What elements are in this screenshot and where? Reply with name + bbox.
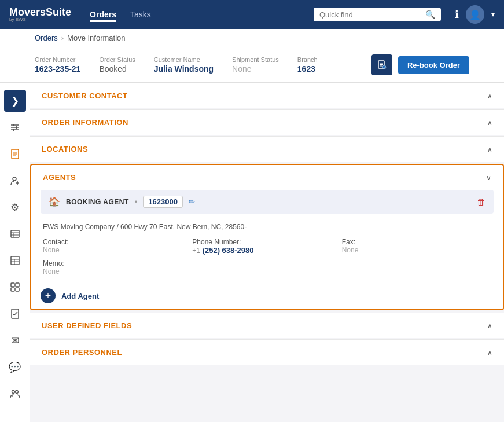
main-layout: ❯ (0, 83, 504, 422)
section-locations-header[interactable]: LOCATIONS ∧ (30, 137, 504, 162)
fax-label: Fax: (342, 238, 491, 246)
order-number-value: 1623-235-21 (35, 64, 80, 74)
memo-value: None (43, 267, 192, 276)
branch-value: 1623 (297, 64, 318, 74)
add-agent-label[interactable]: Add Agent (61, 292, 99, 300)
logo-ews: by EWS (9, 17, 71, 22)
agent-address: EWS Moving Company / 600 Hwy 70 East, Ne… (41, 223, 494, 231)
svg-rect-27 (11, 283, 14, 287)
customer-name-label: Customer Name (154, 56, 214, 63)
section-user-defined-fields-chevron-icon: ∧ (487, 322, 492, 330)
fax-field: Fax: None (342, 238, 491, 255)
order-number-field: Order Number 1623-235-21 (35, 56, 80, 74)
agent-id-value: 1623000 (143, 196, 183, 208)
order-status-field: Order Status Booked (99, 56, 135, 74)
svg-rect-30 (16, 288, 19, 291)
table-icon (10, 255, 20, 266)
nav-orders[interactable]: Orders (90, 8, 116, 22)
user-avatar[interactable]: 👤 (466, 5, 484, 24)
breadcrumb-root[interactable]: Orders (35, 34, 58, 42)
order-number-label: Order Number (35, 56, 80, 63)
section-agents-chevron-icon: ∨ (486, 174, 491, 182)
header-actions: i Re-book Order (371, 54, 469, 75)
sidebar-item-people[interactable] (4, 383, 26, 405)
sidebar-item-document[interactable] (4, 143, 26, 165)
search-icon[interactable]: 🔍 (425, 10, 435, 19)
section-agents-header[interactable]: AGENTS ∨ (31, 165, 503, 190)
shipment-status-label: Shipment Status (232, 56, 279, 63)
branch-label: Branch (297, 56, 318, 63)
file-icon: i (377, 60, 387, 69)
section-customer-contact-title: CUSTOMER CONTACT (42, 91, 127, 100)
section-customer-contact-chevron-icon: ∧ (487, 92, 492, 100)
add-agent-button[interactable]: + (41, 288, 56, 303)
phone-number: (252) 638-2980 (203, 246, 254, 255)
nav-icons: ℹ 👤 ▾ (455, 5, 495, 24)
breadcrumb-separator: › (61, 34, 64, 42)
phone-number-value: +1 (252) 638-2980 (192, 246, 341, 255)
sidebar-item-arrow[interactable]: ❯ (4, 90, 26, 112)
document-icon-button[interactable]: i (371, 54, 392, 75)
agent-edit-icon[interactable]: ✏ (189, 197, 195, 206)
agent-type-label: BOOKING AGENT (66, 198, 129, 206)
sidebar-item-list[interactable] (4, 223, 26, 245)
content-area: CUSTOMER CONTACT ∧ ORDER INFORMATION ∧ L… (30, 83, 504, 422)
list-icon (10, 229, 20, 239)
svg-rect-10 (16, 126, 17, 129)
sidebar-item-person-add[interactable] (4, 170, 26, 192)
sidebar-item-table[interactable] (4, 249, 26, 271)
booking-agent-row: 🏠 BOOKING AGENT • 1623000 ✏ 🗑 (41, 190, 494, 214)
search-input[interactable] (319, 10, 421, 19)
agent-fields-grid: Contact: None Phone Number: +1 (252) 638… (41, 238, 494, 276)
sidebar-item-envelope[interactable]: ✉ (4, 329, 26, 351)
add-agent-row: + Add Agent (31, 282, 503, 309)
app-logo: MoversSuite by EWS (9, 7, 71, 22)
section-locations-chevron-icon: ∧ (487, 145, 492, 153)
sliders-icon (10, 122, 20, 133)
svg-rect-23 (11, 256, 19, 265)
order-status-value: Booked (99, 64, 135, 74)
section-agents-title: AGENTS (43, 173, 76, 182)
section-order-information-header[interactable]: ORDER INFORMATION ∧ (30, 110, 504, 135)
customer-name-field: Customer Name Julia Windsong (154, 56, 214, 74)
section-customer-contact-header[interactable]: CUSTOMER CONTACT ∧ (30, 83, 504, 108)
section-agents: AGENTS ∨ 🏠 BOOKING AGENT • 1623000 ✏ 🗑 E… (30, 164, 504, 310)
agent-separator: • (135, 197, 138, 206)
order-status-label: Order Status (99, 56, 135, 63)
shipment-status-field: Shipment Status None (232, 56, 279, 74)
order-header: Order Number 1623-235-21 Order Status Bo… (0, 47, 504, 83)
user-menu-chevron-icon[interactable]: ▾ (491, 10, 495, 19)
search-box: 🔍 (314, 8, 441, 21)
person-add-icon (10, 175, 20, 186)
svg-point-16 (13, 177, 16, 181)
sidebar-item-sliders[interactable] (4, 116, 26, 138)
contact-field: Contact: None (43, 238, 192, 255)
memo-field: Memo: None (43, 259, 192, 276)
phone-field: Phone Number: +1 (252) 638-2980 (192, 238, 341, 255)
svg-rect-9 (13, 124, 14, 126)
rebook-order-button[interactable]: Re-book Order (398, 56, 469, 74)
section-user-defined-fields: USER DEFINED FIELDS ∧ (30, 313, 504, 338)
customer-name-value: Julia Windsong (154, 64, 214, 74)
agent-delete-icon[interactable]: 🗑 (477, 197, 485, 207)
layers-icon (10, 282, 20, 292)
sidebar-item-check-doc[interactable] (4, 303, 26, 325)
section-locations-title: LOCATIONS (42, 145, 88, 153)
sidebar-item-gear[interactable]: ⚙ (4, 196, 26, 218)
section-user-defined-fields-header[interactable]: USER DEFINED FIELDS ∧ (30, 313, 504, 338)
nav-tasks[interactable]: Tasks (130, 8, 151, 21)
info-button[interactable]: ℹ (455, 8, 459, 21)
phone-prefix: +1 (192, 247, 200, 255)
top-navigation: MoversSuite by EWS Orders Tasks 🔍 ℹ 👤 ▾ (0, 0, 504, 29)
sidebar-item-layers[interactable] (4, 276, 26, 298)
shipment-status-value: None (232, 64, 279, 74)
breadcrumb-current: Move Information (67, 34, 125, 42)
people-icon (10, 388, 20, 399)
svg-rect-19 (11, 230, 19, 237)
section-order-information-chevron-icon: ∧ (487, 119, 492, 127)
sidebar: ❯ (0, 83, 30, 422)
contact-value: None (43, 246, 192, 254)
sidebar-item-chat[interactable]: 💬 (4, 356, 26, 378)
phone-number-label: Phone Number: (192, 238, 341, 246)
section-order-personnel-header[interactable]: ORDER PERSONNEL ∧ (30, 340, 504, 365)
